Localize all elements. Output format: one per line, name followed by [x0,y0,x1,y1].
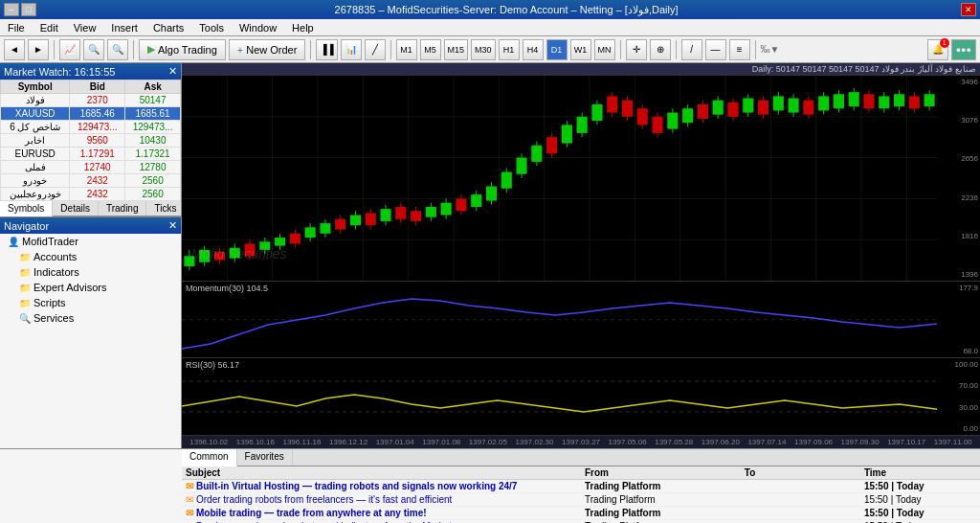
tab-details[interactable]: Details [53,201,99,216]
crosshair-button[interactable]: ✛ [626,39,647,60]
chart-container[interactable]: Mofid Securities 3496 3076 2656 2236 181… [182,76,980,448]
svg-rect-65 [517,158,527,174]
market-watch-row[interactable]: خودروعجلبین 2432 2560 [1,188,181,201]
mailbox-row[interactable]: ✉Order trading robots from freelancers —… [182,493,980,507]
market-watch-row[interactable]: فملی 12740 12780 [1,161,181,174]
market-watch-close[interactable]: ✕ [168,65,177,78]
navigator-title: Navigator [4,220,49,232]
mailbox-table: Subject From To Time ✉Built-in Virtual H… [182,466,980,523]
market-watch-row[interactable]: EURUSD 1.17291 1.17321 [1,148,181,161]
menu-tools[interactable]: Tools [195,21,228,34]
svg-rect-51 [411,211,421,221]
mw-bid: 2370 [70,94,125,107]
svg-rect-113 [879,96,889,108]
mw-bid: 129473... [70,121,125,134]
menu-edit[interactable]: Edit [36,21,62,34]
menu-charts[interactable]: Charts [149,21,188,34]
mw-ask: 129473... [125,121,181,134]
svg-rect-59 [471,194,481,207]
mw-symbol: شاخص کل 6 [1,121,70,134]
svg-rect-83 [653,117,663,133]
chart-watermark: Mofid Securities [191,246,287,262]
bar-chart-button[interactable]: ▐▐ [316,39,337,60]
mailbox-row[interactable]: ✉Purchase ready-made robots and indicato… [182,520,980,524]
navigator-item-accounts[interactable]: 📁Accounts [0,249,181,264]
navigator-item-expert-advisors[interactable]: 📁Expert Advisors [0,280,181,295]
period-w1[interactable]: W1 [570,39,591,60]
back-button[interactable]: ◄ [4,39,25,60]
new-chart-button[interactable]: 📈 [59,39,80,60]
rsi-label: RSI(30) 56.17 [186,360,239,370]
period-m30[interactable]: M30 [471,39,496,60]
navigator-item-mofidtrader[interactable]: 👤MofidTrader [0,234,181,249]
momentum-svg [182,282,937,357]
tab-symbols[interactable]: Symbols [0,201,53,216]
main-chart-price-axis: 3496 3076 2656 2236 1816 1396 [937,76,980,281]
menu-window[interactable]: Window [235,21,280,34]
mw-col-bid: Bid [70,80,125,94]
new-order-button[interactable]: + New Order [229,39,306,60]
mail-subject: ✉Built-in Virtual Hosting — trading robo… [182,480,581,493]
market-watch: Market Watch: 16:15:55 ✕ Symbol Bid Ask … [0,63,181,217]
menu-insert[interactable]: Insert [107,21,142,34]
nav-icon: 👤 [8,237,19,247]
momentum-price-axis: 177.9 68.0 [937,282,980,357]
zoom-button[interactable]: ⊕ [650,39,671,60]
close-button[interactable]: ✕ [961,3,976,16]
navigator-item-scripts[interactable]: 📁Scripts [0,295,181,310]
nav-item-label: Scripts [33,297,66,308]
draw-line[interactable]: / [681,39,702,60]
market-watch-row[interactable]: خودرو 2432 2560 [1,174,181,188]
minimize-button[interactable]: – [4,3,19,16]
bottom-area: Common Favorites Subject From To Time ✉B… [0,448,980,523]
market-watch-row[interactable]: شاخص کل 6 129473... 129473... [1,121,181,134]
mail-to [741,507,860,520]
candle-button[interactable]: 📊 [341,39,362,60]
maximize-button[interactable]: □ [21,3,36,16]
mail-from: Trading Platform [581,493,741,507]
alert-button[interactable]: 🔔 1 [927,39,948,60]
navigator-item-indicators[interactable]: 📁Indicators [0,264,181,280]
draw-fib[interactable]: ≡ [729,39,750,60]
period-m1[interactable]: M1 [396,39,417,60]
navigator-item-services[interactable]: 🔍Services [0,310,181,326]
period-h4[interactable]: H4 [523,39,544,60]
market-watch-title: Market Watch: 16:15:55 [4,66,115,78]
market-watch-row[interactable]: فولاد 2370 50147 [1,94,181,107]
navigator-close[interactable]: ✕ [168,219,177,232]
period-d1[interactable]: D1 [546,39,568,60]
svg-rect-35 [290,234,301,244]
menu-file[interactable]: File [4,21,29,34]
tab-common[interactable]: Common [182,449,237,466]
menu-help[interactable]: Help [288,21,318,34]
market-watch-row[interactable]: XAUUSD 1685.46 1685.61 [1,107,181,121]
account-button[interactable]: ●●● [951,39,976,60]
chart-title-bar: صنایع فولاد آلیاژ بندر فولاد Daily: 5014… [182,63,980,76]
chart-title-text: صنایع فولاد آلیاژ بندر فولاد Daily: 5014… [752,64,976,74]
menu-view[interactable]: View [70,21,100,34]
date-axis: 1396.10.02 1396.10.16 1396.11.16 1396.12… [182,435,980,448]
svg-rect-71 [562,125,572,143]
chart-zoom-out[interactable]: 🔍 [107,39,128,60]
svg-rect-99 [773,96,784,110]
tab-ticks[interactable]: Ticks [146,201,185,216]
line-chart-button[interactable]: ╱ [365,39,386,60]
svg-rect-119 [924,94,935,106]
mail-subject: ✉Mobile trading — trade from anywhere at… [182,507,581,520]
period-mn[interactable]: MN [594,39,615,60]
algo-trading-button[interactable]: ▶ Algo Trading [139,39,226,60]
mailbox-row[interactable]: ✉Built-in Virtual Hosting — trading robo… [182,480,980,493]
draw-hline[interactable]: — [705,39,726,60]
svg-rect-43 [350,216,361,226]
tab-trading[interactable]: Trading [99,201,147,216]
mailbox-row[interactable]: ✉Mobile trading — trade from anywhere at… [182,507,980,520]
period-m5[interactable]: M5 [420,39,441,60]
tab-favorites[interactable]: Favorites [237,449,293,466]
period-h1[interactable]: H1 [499,39,520,60]
forward-button[interactable]: ► [28,39,49,60]
svg-rect-91 [713,101,724,115]
nav-icon: 📁 [19,252,31,262]
period-m15[interactable]: M15 [444,39,469,60]
chart-zoom-in[interactable]: 🔍 [83,39,104,60]
market-watch-row[interactable]: اخابر 9560 10430 [1,134,181,148]
